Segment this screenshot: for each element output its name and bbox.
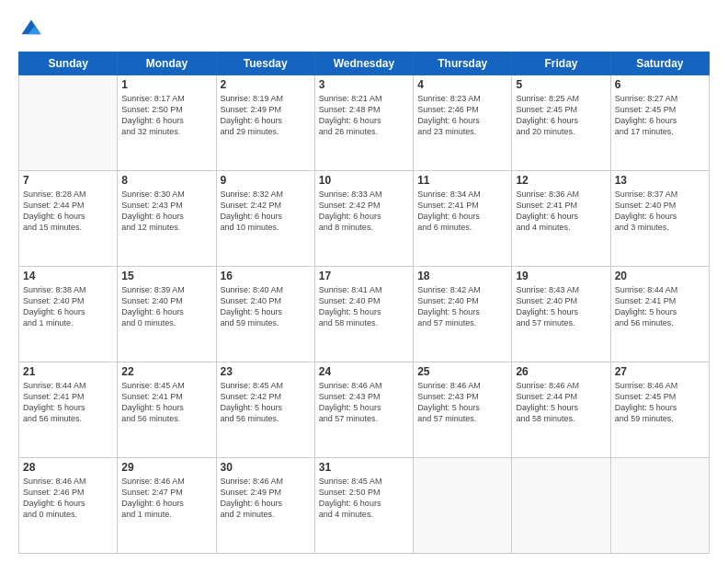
day-info: Sunrise: 8:36 AM Sunset: 2:41 PM Dayligh… <box>516 189 606 234</box>
day-info: Sunrise: 8:28 AM Sunset: 2:44 PM Dayligh… <box>23 189 113 234</box>
day-cell <box>610 458 709 554</box>
day-info: Sunrise: 8:17 AM Sunset: 2:50 PM Dayligh… <box>121 93 211 138</box>
day-cell: 2Sunrise: 8:19 AM Sunset: 2:49 PM Daylig… <box>216 75 314 171</box>
day-number: 13 <box>615 174 705 187</box>
week-row-1: 7Sunrise: 8:28 AM Sunset: 2:44 PM Daylig… <box>19 171 710 267</box>
day-cell <box>512 458 610 554</box>
day-cell: 18Sunrise: 8:42 AM Sunset: 2:40 PM Dayli… <box>414 267 512 362</box>
day-info: Sunrise: 8:46 AM Sunset: 2:47 PM Dayligh… <box>121 476 211 521</box>
day-info: Sunrise: 8:38 AM Sunset: 2:40 PM Dayligh… <box>23 284 113 329</box>
day-number: 25 <box>417 365 507 378</box>
day-cell: 23Sunrise: 8:45 AM Sunset: 2:42 PM Dayli… <box>216 362 314 458</box>
day-info: Sunrise: 8:46 AM Sunset: 2:44 PM Dayligh… <box>516 380 606 425</box>
week-row-3: 21Sunrise: 8:44 AM Sunset: 2:41 PM Dayli… <box>19 362 710 458</box>
day-info: Sunrise: 8:46 AM Sunset: 2:49 PM Dayligh… <box>221 476 311 521</box>
day-cell: 25Sunrise: 8:46 AM Sunset: 2:43 PM Dayli… <box>414 362 512 458</box>
day-number: 6 <box>615 78 705 91</box>
day-header-wednesday: Wednesday <box>314 52 413 75</box>
header <box>18 17 710 42</box>
day-cell: 7Sunrise: 8:28 AM Sunset: 2:44 PM Daylig… <box>19 171 118 267</box>
day-number: 15 <box>121 270 211 282</box>
day-info: Sunrise: 8:33 AM Sunset: 2:42 PM Dayligh… <box>319 189 409 234</box>
day-number: 31 <box>319 461 409 474</box>
page: SundayMondayTuesdayWednesdayThursdayFrid… <box>0 0 728 563</box>
day-number: 28 <box>23 461 113 474</box>
day-cell: 28Sunrise: 8:46 AM Sunset: 2:46 PM Dayli… <box>19 458 118 554</box>
day-header-friday: Friday <box>512 52 610 75</box>
day-number: 24 <box>319 365 409 378</box>
day-cell: 26Sunrise: 8:46 AM Sunset: 2:44 PM Dayli… <box>512 362 610 458</box>
calendar-table: SundayMondayTuesdayWednesdayThursdayFrid… <box>18 52 710 554</box>
day-number: 17 <box>319 270 409 282</box>
day-cell: 30Sunrise: 8:46 AM Sunset: 2:49 PM Dayli… <box>216 458 314 554</box>
day-number: 27 <box>615 365 705 378</box>
day-number: 19 <box>516 270 606 282</box>
day-number: 18 <box>417 270 507 282</box>
day-number: 5 <box>516 78 606 91</box>
day-cell <box>19 75 118 171</box>
day-number: 3 <box>319 78 409 91</box>
day-info: Sunrise: 8:32 AM Sunset: 2:42 PM Dayligh… <box>221 189 311 234</box>
day-cell: 19Sunrise: 8:43 AM Sunset: 2:40 PM Dayli… <box>512 267 610 362</box>
day-cell <box>414 458 512 554</box>
day-cell: 15Sunrise: 8:39 AM Sunset: 2:40 PM Dayli… <box>118 267 216 362</box>
day-cell: 10Sunrise: 8:33 AM Sunset: 2:42 PM Dayli… <box>314 171 413 267</box>
day-cell: 8Sunrise: 8:30 AM Sunset: 2:43 PM Daylig… <box>118 171 216 267</box>
day-info: Sunrise: 8:42 AM Sunset: 2:40 PM Dayligh… <box>417 284 507 329</box>
day-info: Sunrise: 8:30 AM Sunset: 2:43 PM Dayligh… <box>121 189 211 234</box>
day-info: Sunrise: 8:39 AM Sunset: 2:40 PM Dayligh… <box>121 284 211 329</box>
week-row-4: 28Sunrise: 8:46 AM Sunset: 2:46 PM Dayli… <box>19 458 710 554</box>
day-info: Sunrise: 8:40 AM Sunset: 2:40 PM Dayligh… <box>221 284 311 329</box>
day-number: 11 <box>417 174 507 187</box>
day-cell: 5Sunrise: 8:25 AM Sunset: 2:45 PM Daylig… <box>512 75 610 171</box>
day-number: 29 <box>121 461 211 474</box>
day-cell: 12Sunrise: 8:36 AM Sunset: 2:41 PM Dayli… <box>512 171 610 267</box>
week-row-2: 14Sunrise: 8:38 AM Sunset: 2:40 PM Dayli… <box>19 267 710 362</box>
week-row-0: 1Sunrise: 8:17 AM Sunset: 2:50 PM Daylig… <box>19 75 710 171</box>
day-cell: 1Sunrise: 8:17 AM Sunset: 2:50 PM Daylig… <box>118 75 216 171</box>
day-number: 21 <box>23 365 113 378</box>
day-info: Sunrise: 8:23 AM Sunset: 2:46 PM Dayligh… <box>417 93 507 138</box>
day-number: 10 <box>319 174 409 187</box>
day-number: 30 <box>221 461 311 474</box>
day-cell: 21Sunrise: 8:44 AM Sunset: 2:41 PM Dayli… <box>19 362 118 458</box>
day-cell: 6Sunrise: 8:27 AM Sunset: 2:45 PM Daylig… <box>610 75 709 171</box>
day-number: 23 <box>221 365 311 378</box>
day-cell: 13Sunrise: 8:37 AM Sunset: 2:40 PM Dayli… <box>610 171 709 267</box>
day-cell: 24Sunrise: 8:46 AM Sunset: 2:43 PM Dayli… <box>314 362 413 458</box>
day-info: Sunrise: 8:46 AM Sunset: 2:43 PM Dayligh… <box>417 380 507 425</box>
logo-icon <box>18 17 44 42</box>
header-row: SundayMondayTuesdayWednesdayThursdayFrid… <box>19 52 710 75</box>
day-info: Sunrise: 8:44 AM Sunset: 2:41 PM Dayligh… <box>23 380 113 425</box>
day-info: Sunrise: 8:21 AM Sunset: 2:48 PM Dayligh… <box>319 93 409 138</box>
day-info: Sunrise: 8:25 AM Sunset: 2:45 PM Dayligh… <box>516 93 606 138</box>
day-info: Sunrise: 8:46 AM Sunset: 2:43 PM Dayligh… <box>319 380 409 425</box>
day-info: Sunrise: 8:45 AM Sunset: 2:42 PM Dayligh… <box>221 380 311 425</box>
day-cell: 29Sunrise: 8:46 AM Sunset: 2:47 PM Dayli… <box>118 458 216 554</box>
day-header-monday: Monday <box>118 52 216 75</box>
day-header-sunday: Sunday <box>19 52 118 75</box>
day-cell: 9Sunrise: 8:32 AM Sunset: 2:42 PM Daylig… <box>216 171 314 267</box>
day-cell: 31Sunrise: 8:45 AM Sunset: 2:50 PM Dayli… <box>314 458 413 554</box>
day-cell: 27Sunrise: 8:46 AM Sunset: 2:45 PM Dayli… <box>610 362 709 458</box>
day-info: Sunrise: 8:37 AM Sunset: 2:40 PM Dayligh… <box>615 189 705 234</box>
day-info: Sunrise: 8:27 AM Sunset: 2:45 PM Dayligh… <box>615 93 705 138</box>
day-info: Sunrise: 8:43 AM Sunset: 2:40 PM Dayligh… <box>516 284 606 329</box>
day-cell: 16Sunrise: 8:40 AM Sunset: 2:40 PM Dayli… <box>216 267 314 362</box>
day-number: 22 <box>121 365 211 378</box>
day-header-tuesday: Tuesday <box>216 52 314 75</box>
day-number: 14 <box>23 270 113 282</box>
day-info: Sunrise: 8:46 AM Sunset: 2:46 PM Dayligh… <box>23 476 113 521</box>
day-info: Sunrise: 8:46 AM Sunset: 2:45 PM Dayligh… <box>615 380 705 425</box>
day-info: Sunrise: 8:44 AM Sunset: 2:41 PM Dayligh… <box>615 284 705 329</box>
day-number: 16 <box>221 270 311 282</box>
day-header-saturday: Saturday <box>610 52 709 75</box>
day-number: 8 <box>121 174 211 187</box>
day-number: 9 <box>221 174 311 187</box>
day-cell: 14Sunrise: 8:38 AM Sunset: 2:40 PM Dayli… <box>19 267 118 362</box>
day-cell: 3Sunrise: 8:21 AM Sunset: 2:48 PM Daylig… <box>314 75 413 171</box>
day-number: 12 <box>516 174 606 187</box>
day-number: 20 <box>615 270 705 282</box>
day-cell: 22Sunrise: 8:45 AM Sunset: 2:41 PM Dayli… <box>118 362 216 458</box>
day-info: Sunrise: 8:41 AM Sunset: 2:40 PM Dayligh… <box>319 284 409 329</box>
